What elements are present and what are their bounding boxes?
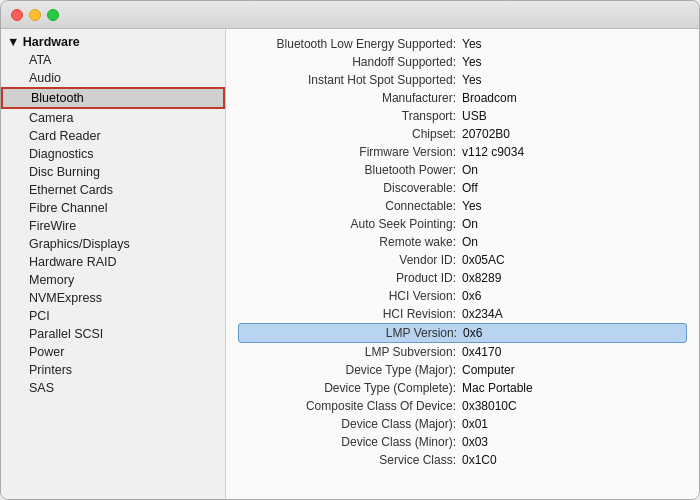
detail-value: Yes <box>462 199 482 213</box>
detail-row: Device Class (Major):0x01 <box>238 415 687 433</box>
title-bar <box>1 1 699 29</box>
sidebar-item-firewire[interactable]: FireWire <box>1 217 225 235</box>
detail-value: 0x4170 <box>462 345 501 359</box>
detail-label: Auto Seek Pointing: <box>242 217 462 231</box>
sidebar-item-memory[interactable]: Memory <box>1 271 225 289</box>
detail-panel: Bluetooth Low Energy Supported:YesHandof… <box>226 29 699 500</box>
detail-label: Vendor ID: <box>242 253 462 267</box>
detail-value: On <box>462 235 478 249</box>
detail-value: 0x6 <box>462 289 481 303</box>
detail-label: Composite Class Of Device: <box>242 399 462 413</box>
detail-label: LMP Version: <box>243 326 463 340</box>
detail-row: Device Type (Major):Computer <box>238 361 687 379</box>
detail-row: Vendor ID:0x05AC <box>238 251 687 269</box>
detail-label: Product ID: <box>242 271 462 285</box>
sidebar: ▼ HardwareATAAudioBluetoothCameraCard Re… <box>1 29 226 500</box>
detail-value: Yes <box>462 55 482 69</box>
sidebar-item-card-reader[interactable]: Card Reader <box>1 127 225 145</box>
detail-row: Discoverable:Off <box>238 179 687 197</box>
detail-label: Discoverable: <box>242 181 462 195</box>
detail-row: Chipset:20702B0 <box>238 125 687 143</box>
detail-label: Remote wake: <box>242 235 462 249</box>
sidebar-item-fibre-channel[interactable]: Fibre Channel <box>1 199 225 217</box>
detail-value: On <box>462 217 478 231</box>
detail-label: Device Class (Minor): <box>242 435 462 449</box>
detail-value: Off <box>462 181 478 195</box>
detail-label: Handoff Supported: <box>242 55 462 69</box>
detail-value: Yes <box>462 73 482 87</box>
detail-label: Chipset: <box>242 127 462 141</box>
detail-label: Manufacturer: <box>242 91 462 105</box>
sidebar-item-audio[interactable]: Audio <box>1 69 225 87</box>
detail-label: Device Type (Major): <box>242 363 462 377</box>
sidebar-item-hardware[interactable]: ▼ Hardware <box>1 33 225 51</box>
sidebar-item-parallel-scsi[interactable]: Parallel SCSI <box>1 325 225 343</box>
detail-label: Instant Hot Spot Supported: <box>242 73 462 87</box>
detail-row: Connectable:Yes <box>238 197 687 215</box>
detail-row: Handoff Supported:Yes <box>238 53 687 71</box>
detail-row: Bluetooth Power:On <box>238 161 687 179</box>
detail-row: Auto Seek Pointing:On <box>238 215 687 233</box>
detail-row: Firmware Version:v112 c9034 <box>238 143 687 161</box>
sidebar-item-disc-burning[interactable]: Disc Burning <box>1 163 225 181</box>
detail-value: 0x38010C <box>462 399 517 413</box>
main-content: ▼ HardwareATAAudioBluetoothCameraCard Re… <box>1 29 699 500</box>
detail-value: On <box>462 163 478 177</box>
detail-label: Device Type (Complete): <box>242 381 462 395</box>
detail-value: 0x6 <box>463 326 482 340</box>
detail-row: Composite Class Of Device:0x38010C <box>238 397 687 415</box>
detail-value: 0x234A <box>462 307 503 321</box>
detail-row: Device Type (Complete):Mac Portable <box>238 379 687 397</box>
detail-label: Bluetooth Low Energy Supported: <box>242 37 462 51</box>
window-controls <box>11 9 59 21</box>
sidebar-item-diagnostics[interactable]: Diagnostics <box>1 145 225 163</box>
detail-value: Computer <box>462 363 515 377</box>
detail-value: Mac Portable <box>462 381 533 395</box>
detail-row: LMP Subversion:0x4170 <box>238 343 687 361</box>
sidebar-item-ata[interactable]: ATA <box>1 51 225 69</box>
detail-row: LMP Version:0x6 <box>238 323 687 343</box>
sidebar-item-ethernet-cards[interactable]: Ethernet Cards <box>1 181 225 199</box>
sidebar-item-sas[interactable]: SAS <box>1 379 225 397</box>
sidebar-item-graphics-displays[interactable]: Graphics/Displays <box>1 235 225 253</box>
detail-row: Product ID:0x8289 <box>238 269 687 287</box>
detail-value: 0x1C0 <box>462 453 497 467</box>
detail-value: 20702B0 <box>462 127 510 141</box>
detail-value: 0x01 <box>462 417 488 431</box>
detail-row: Transport:USB <box>238 107 687 125</box>
detail-row: Manufacturer:Broadcom <box>238 89 687 107</box>
detail-label: Bluetooth Power: <box>242 163 462 177</box>
detail-label: LMP Subversion: <box>242 345 462 359</box>
detail-value: Broadcom <box>462 91 517 105</box>
detail-label: Transport: <box>242 109 462 123</box>
sidebar-item-printers[interactable]: Printers <box>1 361 225 379</box>
detail-value: 0x8289 <box>462 271 501 285</box>
detail-row: HCI Version:0x6 <box>238 287 687 305</box>
detail-value: v112 c9034 <box>462 145 524 159</box>
close-button[interactable] <box>11 9 23 21</box>
detail-row: Remote wake:On <box>238 233 687 251</box>
detail-label: Device Class (Major): <box>242 417 462 431</box>
detail-value: 0x05AC <box>462 253 505 267</box>
detail-label: Firmware Version: <box>242 145 462 159</box>
detail-label: Service Class: <box>242 453 462 467</box>
detail-value: 0x03 <box>462 435 488 449</box>
detail-row: Device Class (Minor):0x03 <box>238 433 687 451</box>
sidebar-item-camera[interactable]: Camera <box>1 109 225 127</box>
detail-label: Connectable: <box>242 199 462 213</box>
sidebar-item-pci[interactable]: PCI <box>1 307 225 325</box>
detail-label: HCI Revision: <box>242 307 462 321</box>
minimize-button[interactable] <box>29 9 41 21</box>
detail-value: Yes <box>462 37 482 51</box>
sidebar-item-power[interactable]: Power <box>1 343 225 361</box>
detail-row: Service Class:0x1C0 <box>238 451 687 469</box>
detail-value: USB <box>462 109 487 123</box>
detail-label: HCI Version: <box>242 289 462 303</box>
detail-row: Bluetooth Low Energy Supported:Yes <box>238 35 687 53</box>
maximize-button[interactable] <box>47 9 59 21</box>
detail-row: HCI Revision:0x234A <box>238 305 687 323</box>
sidebar-item-hardware-raid[interactable]: Hardware RAID <box>1 253 225 271</box>
sidebar-item-bluetooth[interactable]: Bluetooth <box>1 87 225 109</box>
sidebar-item-nvmexpress[interactable]: NVMExpress <box>1 289 225 307</box>
detail-row: Instant Hot Spot Supported:Yes <box>238 71 687 89</box>
